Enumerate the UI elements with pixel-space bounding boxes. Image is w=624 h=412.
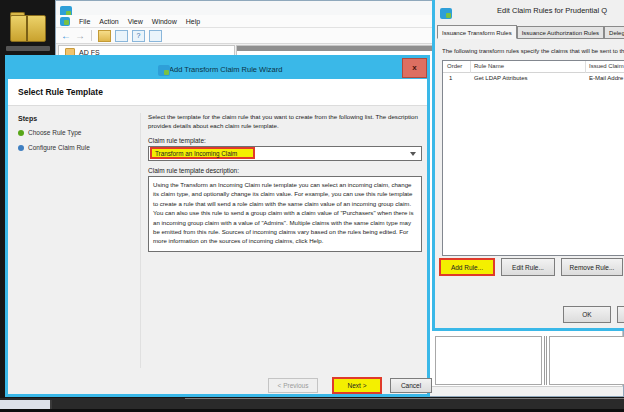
folder-body [10, 15, 46, 42]
panel-splitter[interactable] [544, 336, 547, 385]
step-configure-claim-rule[interactable]: Configure Claim Rule [18, 144, 90, 151]
ok-button[interactable]: OK [563, 306, 611, 323]
rules-table: Order Rule Name Issued Claim 1 Get LDAP … [442, 60, 624, 256]
chevron-down-icon[interactable] [410, 152, 416, 156]
console-tree-icon[interactable] [115, 30, 128, 42]
menu-view[interactable]: View [128, 18, 143, 25]
action-pane-icon[interactable] [149, 30, 162, 42]
wizard-title: Add Transform Claim Rule Wizard [169, 65, 282, 74]
step-choose-rule-type[interactable]: Choose Rule Type [18, 129, 81, 136]
column-issued-claim[interactable]: Issued Claim [589, 63, 624, 69]
back-arrow-icon[interactable]: ← [61, 31, 71, 41]
column-separator[interactable] [470, 61, 471, 73]
toolbar-separator [91, 30, 92, 41]
template-description-label: Claim rule template description: [148, 167, 239, 174]
menu-help[interactable]: Help [186, 18, 200, 25]
dialog-titlebar[interactable]: Edit Claim Rules for Prudential Q [435, 0, 624, 22]
remove-rule-button[interactable]: Remove Rule... [561, 258, 623, 276]
menu-action[interactable]: Action [99, 18, 118, 25]
add-transform-claim-rule-wizard: Add Transform Claim Rule Wizard x Select… [5, 55, 430, 397]
menu-file[interactable]: File [79, 18, 90, 25]
export-icon[interactable] [98, 30, 111, 42]
table-header-row: Order Rule Name Issued Claim [443, 61, 624, 73]
tab-issuance-authorization-rules[interactable]: Issuance Authorization Rules [517, 26, 604, 39]
column-order[interactable]: Order [447, 63, 462, 69]
add-rule-button[interactable]: Add Rule... [439, 258, 495, 276]
forward-arrow-icon[interactable]: → [75, 31, 85, 41]
step-label: Choose Rule Type [28, 129, 81, 136]
previous-button[interactable]: < Previous [268, 378, 318, 393]
help-icon[interactable]: ? [132, 30, 145, 42]
step-bullet-blue-icon [18, 145, 24, 151]
next-button[interactable]: Next > [332, 377, 382, 394]
step-label: Configure Claim Rule [28, 144, 90, 151]
wizard-page-header: Select Rule Template [8, 79, 427, 106]
cell-rule-name: Get LDAP Attributes [474, 75, 528, 81]
edit-claim-rules-dialog: Edit Claim Rules for Prudential Q Issuan… [432, 0, 624, 331]
wizard-titlebar[interactable]: Add Transform Claim Rule Wizard [8, 58, 427, 79]
steps-title: Steps [18, 115, 37, 122]
close-icon[interactable]: x [402, 58, 427, 78]
desktop-icon-label [6, 46, 50, 51]
desktop: AD FS File Action View Window Help ← → ?… [0, 0, 624, 412]
table-row[interactable]: 1 Get LDAP Attributes E-Mail Addre [443, 74, 624, 85]
edit-rule-button[interactable]: Edit Rule... [501, 258, 555, 276]
taskbar-edge-line [185, 398, 624, 399]
claim-rule-template-dropdown[interactable]: Transform an Incoming Claim [148, 146, 422, 161]
taskbar[interactable] [0, 398, 624, 412]
column-separator[interactable] [585, 61, 586, 73]
taskbar-button[interactable] [0, 400, 52, 409]
folder-zip-detail [26, 16, 28, 41]
claim-rule-template-label: Claim rule template: [148, 137, 206, 144]
tab-strip: Issuance Transform Rules Issuance Author… [437, 25, 624, 39]
dialog-title: Edit Claim Rules for Prudential Q [497, 6, 607, 15]
page-title: Select Rule Template [18, 87, 103, 97]
desktop-folder-icon[interactable] [10, 12, 46, 42]
cell-issued-claim: E-Mail Addre [589, 75, 623, 81]
column-rule-name[interactable]: Rule Name [474, 63, 504, 69]
adfs-snapin-icon [60, 17, 70, 26]
cancel-button[interactable]: Cancel [617, 306, 624, 323]
bottom-panel-left [435, 336, 542, 385]
cancel-button[interactable]: Cancel [390, 378, 432, 393]
dialog-description: The following transform rules specify th… [442, 48, 624, 54]
adfs-dialog-icon [440, 8, 452, 19]
steps-divider [140, 113, 141, 368]
tab-delegation[interactable]: Delegation [604, 26, 624, 39]
adfs-wizard-icon [158, 65, 170, 76]
template-description-box: Using the Transform an Incoming Claim ru… [148, 176, 422, 252]
dropdown-selected-value: Transform an Incoming Claim [150, 147, 255, 159]
cell-order: 1 [449, 75, 452, 81]
step-bullet-green-icon [18, 130, 24, 136]
menu-window[interactable]: Window [152, 18, 177, 25]
tab-issuance-transform-rules[interactable]: Issuance Transform Rules [437, 25, 517, 39]
bottom-panel-right [549, 336, 624, 385]
wizard-intro-text: Select the template for the claim rule t… [148, 113, 422, 130]
